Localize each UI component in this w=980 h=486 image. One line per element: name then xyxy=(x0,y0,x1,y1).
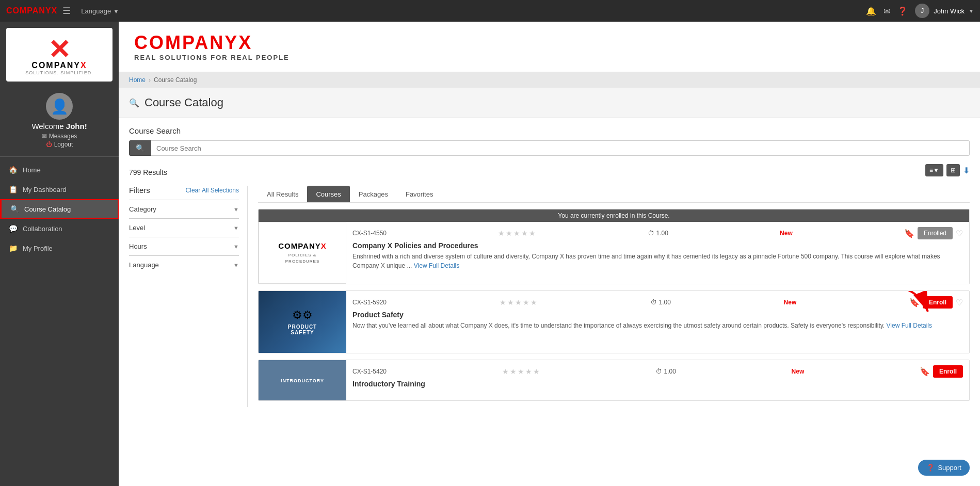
breadcrumb-current: Course Catalog xyxy=(154,76,197,84)
filter-language[interactable]: Language ▼ xyxy=(129,255,239,274)
search-bar: 🔍 xyxy=(129,140,970,156)
course-thumbnail-1: COMPANYX POLICIES &PROCEDURES xyxy=(259,222,346,284)
sidebar-logo: ✕ COMPANYX SOLUTIONS. SIMPLIFIED. xyxy=(6,28,113,82)
enroll-button-2[interactable]: Enroll xyxy=(923,296,953,309)
enroll-button-3[interactable]: Enroll xyxy=(933,365,963,378)
course-card-2: ⚙⚙ PRODUCTSAFETY CX-S1-5920 ★★★★★ ⏱ xyxy=(258,290,970,353)
chevron-down-icon: ▼ xyxy=(233,262,239,268)
course-hours-1: ⏱ 1.00 xyxy=(648,230,668,237)
course-actions-3: 🔖 Enroll xyxy=(920,365,963,378)
grid-icon-btn[interactable]: ⊞ xyxy=(946,164,960,176)
course-thumbnail-3: INTRODUCTORY xyxy=(259,360,346,401)
help-icon[interactable]: ❓ xyxy=(897,6,908,16)
course-badge-new-2: New xyxy=(784,299,797,306)
logo-tagline: SOLUTIONS. SIMPLIFIED. xyxy=(25,70,93,75)
bookmark-icon-3[interactable]: 🔖 xyxy=(920,367,930,377)
page-title: Course Catalog xyxy=(144,96,223,109)
results-toolbar: ≡▼ ⊞ ⬇ xyxy=(925,164,970,176)
heart-icon-1[interactable]: ♡ xyxy=(956,229,963,238)
home-icon: 🏠 xyxy=(8,166,18,174)
breadcrumb: Home › Course Catalog xyxy=(119,72,980,88)
thumb-product-safety: PRODUCTSAFETY xyxy=(288,324,317,335)
results-header: 799 Results ≡▼ ⊞ ⬇ xyxy=(129,164,970,181)
chevron-down-icon: ▼ xyxy=(233,244,239,250)
banner-company: COMPANYX xyxy=(134,32,965,54)
top-nav-left: COMPANYX ☰ xyxy=(6,5,71,17)
question-icon: ❓ xyxy=(926,464,935,472)
course-id-1: CX-S1-4550 xyxy=(352,230,387,237)
chevron-down-icon: ▼ xyxy=(233,225,239,231)
course-card-inner-3: INTRODUCTORY CX-S1-5420 ★★★★★ ⏱ 1.00 xyxy=(259,360,969,401)
sidebar-item-dashboard[interactable]: 📋 My Dashboard xyxy=(0,180,119,199)
course-hours-3: ⏱ 1.00 xyxy=(656,368,676,375)
course-actions-2: 🔖 Enroll ♡ xyxy=(909,296,963,309)
course-desc-2: Now that you've learned all about what C… xyxy=(352,321,963,330)
course-info-1: CX-S1-4550 ★★★★★ ⏱ 1.00 New 🔖 xyxy=(346,222,969,284)
top-nav-right: 🔔 ✉ ❓ J John Wick ▼ xyxy=(866,4,974,18)
course-meta-1: CX-S1-4550 ★★★★★ ⏱ 1.00 New 🔖 xyxy=(352,227,963,239)
support-button[interactable]: ❓ Support xyxy=(918,460,970,476)
search-input[interactable] xyxy=(151,140,970,156)
sidebar-item-course-catalog[interactable]: 🔍 Course Catalog xyxy=(0,199,119,219)
user-links: ✉ Messages ⏻ Logout xyxy=(42,133,77,148)
course-card-3: INTRODUCTORY CX-S1-5420 ★★★★★ ⏱ 1.00 xyxy=(258,360,970,401)
enrolled-banner: You are currently enrolled in this Cours… xyxy=(259,209,969,222)
results-count: 799 Results xyxy=(129,168,167,176)
bookmark-icon-2[interactable]: 🔖 xyxy=(909,298,920,307)
filters-title: Filters xyxy=(129,186,150,195)
tab-packages[interactable]: Packages xyxy=(350,186,397,202)
breadcrumb-home[interactable]: Home xyxy=(129,76,146,84)
tab-all-results[interactable]: All Results xyxy=(258,186,307,202)
course-title-3: Introductory Training xyxy=(352,380,963,388)
filter-icon-btn[interactable]: ≡▼ xyxy=(925,164,943,176)
course-card-inner: COMPANYX POLICIES &PROCEDURES CX-S1-4550… xyxy=(259,222,969,284)
star-rating-3: ★★★★★ xyxy=(502,367,541,376)
bell-icon[interactable]: 🔔 xyxy=(866,6,876,16)
sidebar: ✕ COMPANYX SOLUTIONS. SIMPLIFIED. 👤 Welc… xyxy=(0,22,119,486)
search-section: Course Search 🔍 xyxy=(129,126,970,156)
dashboard-icon: 📋 xyxy=(8,185,18,193)
course-title-2: Product Safety xyxy=(352,311,963,319)
course-meta-2: CX-S1-5920 ★★★★★ ⏱ 1.00 New 🔖 xyxy=(352,296,963,309)
course-info-2: CX-S1-5920 ★★★★★ ⏱ 1.00 New 🔖 xyxy=(346,291,969,353)
course-id-2: CX-S1-5920 xyxy=(352,299,387,306)
enrolled-button-1[interactable]: Enrolled xyxy=(918,227,953,239)
top-nav: COMPANYX ☰ Language ▼ 🔔 ✉ ❓ J John Wick … xyxy=(0,0,980,22)
messages-link[interactable]: ✉ Messages xyxy=(42,133,77,140)
filter-level[interactable]: Level ▼ xyxy=(129,218,239,237)
logo-graphic: ✕ xyxy=(39,34,80,65)
tab-favorites[interactable]: Favorites xyxy=(397,186,442,202)
search-icon: 🔍 xyxy=(10,205,19,213)
hamburger-icon[interactable]: ☰ xyxy=(62,5,71,17)
tab-courses[interactable]: Courses xyxy=(307,186,349,202)
mail-icon[interactable]: ✉ xyxy=(883,6,890,16)
course-id-3: CX-S1-5420 xyxy=(352,368,387,375)
sidebar-item-collaboration[interactable]: 💬 Collaboration xyxy=(0,219,119,238)
thumb-intro: INTRODUCTORY xyxy=(281,378,324,383)
catalog-body: Course Search 🔍 799 Results ≡▼ ⊞ ⬇ xyxy=(119,118,980,415)
view-full-link-2[interactable]: View Full Details xyxy=(887,322,932,329)
clear-all-link[interactable]: Clear All Selections xyxy=(186,187,239,194)
filter-category[interactable]: Category ▼ xyxy=(129,200,239,218)
filters-panel: Filters Clear All Selections Category ▼ … xyxy=(129,186,248,407)
heart-icon-2[interactable]: ♡ xyxy=(956,298,963,307)
breadcrumb-separator: › xyxy=(149,76,151,84)
star-rating-1: ★★★★★ xyxy=(498,229,537,237)
bookmark-icon-1[interactable]: 🔖 xyxy=(904,229,914,238)
course-card-1: You are currently enrolled in this Cours… xyxy=(258,209,970,284)
user-info: J John Wick ▼ xyxy=(915,4,974,18)
search-button[interactable]: 🔍 xyxy=(129,140,151,156)
star-rating-2: ★★★★★ xyxy=(500,298,538,306)
avatar: 👤 xyxy=(46,93,73,120)
view-full-link-1[interactable]: View Full Details xyxy=(414,262,459,269)
course-info-3: CX-S1-5420 ★★★★★ ⏱ 1.00 New 🔖 xyxy=(346,360,969,401)
download-icon[interactable]: ⬇ xyxy=(963,166,970,175)
thumb-brand: COMPANYX xyxy=(278,241,327,250)
language-selector[interactable]: Language xyxy=(81,7,111,15)
logout-link[interactable]: ⏻ Logout xyxy=(46,141,73,148)
filter-hours[interactable]: Hours ▼ xyxy=(129,237,239,255)
sidebar-item-home[interactable]: 🏠 Home xyxy=(0,160,119,180)
top-nav-lang[interactable]: Language ▼ xyxy=(71,6,866,15)
chat-icon: 💬 xyxy=(8,224,18,233)
sidebar-item-my-profile[interactable]: 📁 My Profile xyxy=(0,238,119,258)
